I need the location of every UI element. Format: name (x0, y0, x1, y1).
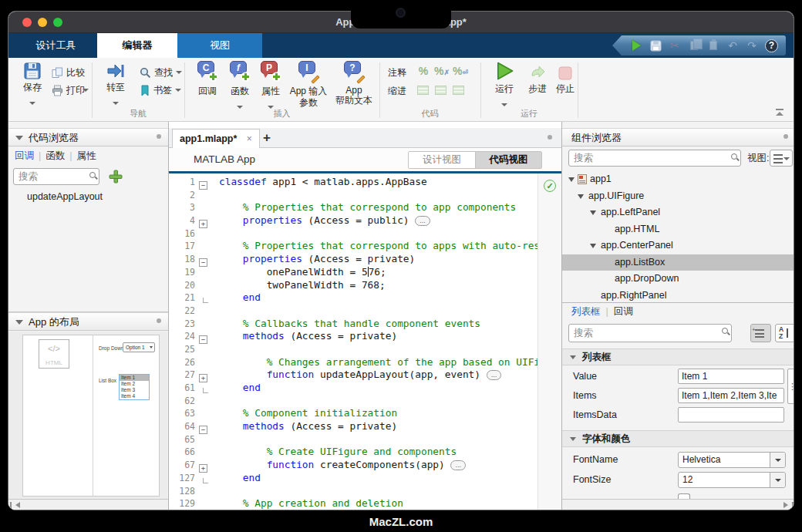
sort-alpha-button[interactable]: AZ (775, 324, 794, 342)
fold-column[interactable] (199, 230, 211, 238)
wrap-comment-icon[interactable]: %⏎ (453, 65, 468, 77)
fold-column[interactable]: + (199, 371, 211, 379)
design-view-button[interactable]: 设计视图 (409, 152, 475, 168)
fold-column[interactable]: + (199, 461, 211, 470)
goto-dropdown-icon[interactable] (113, 102, 119, 105)
tab-callbacks[interactable]: 回调 (614, 306, 633, 317)
collapse-icon[interactable] (570, 437, 576, 441)
search-input[interactable] (13, 168, 99, 185)
app-layout-preview[interactable]: </> HTML Drop Down Option 1 List Box Ite… (8, 332, 167, 499)
tab-design-tools[interactable]: 设计工具 (15, 33, 97, 58)
horizontal-scrollbar[interactable] (8, 499, 168, 510)
find-button[interactable]: 查找 (140, 66, 182, 79)
collapsed-code-icon[interactable]: ... (450, 460, 466, 470)
code-line[interactable]: 16 (169, 227, 537, 241)
tab-view[interactable]: 视图 (177, 33, 262, 58)
paste-icon[interactable] (707, 39, 719, 52)
close-tab-icon[interactable]: × (247, 133, 252, 144)
fold-column[interactable] (199, 204, 211, 212)
tab-editor[interactable]: 编辑器 (97, 33, 177, 58)
chevron-expanded-icon[interactable] (568, 177, 575, 182)
chevron-expanded-icon[interactable] (590, 210, 596, 215)
code-browser-tab[interactable]: 属性 (77, 150, 96, 161)
property-value-input[interactable] (678, 407, 784, 423)
fold-column[interactable]: − (199, 178, 211, 187)
panel-menu-icon[interactable] (157, 134, 161, 139)
category-view-button[interactable] (750, 324, 771, 342)
collapse-ribbon-button[interactable] (775, 109, 784, 116)
collapsed-code-icon[interactable]: ... (415, 216, 430, 226)
stop-button[interactable]: 停止 (553, 65, 578, 96)
tab-listbox-properties[interactable]: 列表框 (571, 306, 601, 317)
app-help-text-button[interactable]: ? App 帮助文本 (332, 61, 376, 107)
code-line[interactable]: 27+ function updateAppLayout(app, event)… (169, 369, 537, 382)
fold-column[interactable] (199, 345, 211, 354)
insert-callback-button[interactable]: C 回调 (192, 61, 223, 98)
code-line[interactable]: 3 % Properties that correspond to app co… (169, 201, 537, 214)
code-line[interactable]: 127 end (169, 472, 537, 485)
code-line[interactable]: 18− properties (Access = private) (169, 253, 537, 266)
component-browser-header[interactable]: 组件浏览器 (562, 128, 794, 146)
bookmark-button[interactable]: 书签 (140, 83, 181, 97)
tree-item[interactable]: app1 (562, 171, 794, 188)
compare-button[interactable]: 比较 (52, 66, 85, 79)
code-line[interactable]: 66 % Create UIFigure and components (169, 446, 537, 459)
code-line[interactable]: 61 end (169, 382, 537, 395)
code-line[interactable]: 22 (169, 305, 537, 318)
code-line[interactable]: 19 onePanelWidth = 576; (169, 266, 537, 279)
tree-item[interactable]: app.DropDown (562, 271, 794, 288)
fold-column[interactable] (199, 487, 211, 496)
code-line[interactable]: 67+ function createComponents(app) ... (169, 459, 537, 472)
chevron-expanded-icon[interactable] (578, 194, 584, 199)
fold-column[interactable] (199, 384, 211, 392)
tree-item[interactable]: app.LeftPanel (562, 204, 794, 221)
property-dropdown[interactable]: 12 (678, 472, 786, 488)
code-line[interactable]: 129 % App creation and deletion (169, 497, 537, 510)
fold-column[interactable] (199, 436, 211, 444)
app-layout-header[interactable]: App 的布局 (8, 312, 168, 331)
tree-item[interactable]: app.HTML (562, 221, 794, 238)
fold-column[interactable] (199, 409, 211, 418)
bookmark-dropdown-icon[interactable] (175, 89, 181, 92)
insert-property-button[interactable]: P 属性 (255, 61, 286, 112)
code-line[interactable]: 65 (169, 433, 537, 446)
fold-column[interactable]: − (199, 255, 211, 264)
quick-run-button[interactable] (630, 39, 642, 52)
search-input[interactable] (568, 324, 732, 342)
property-value-input[interactable] (678, 369, 784, 384)
code-line[interactable]: 64− methods (Access = private) (169, 420, 537, 433)
run-button[interactable]: 运行 (487, 60, 522, 109)
horizontal-scrollbar[interactable] (562, 499, 794, 510)
comment-icon[interactable]: % (416, 65, 431, 77)
code-browser-tab[interactable]: 函数 (45, 150, 65, 161)
fold-column[interactable] (199, 242, 211, 251)
cut-icon[interactable]: ✂ (669, 39, 681, 52)
fold-column[interactable] (199, 307, 211, 315)
section-listbox[interactable]: 列表框 (562, 348, 794, 365)
print-dropdown-icon[interactable] (83, 89, 89, 92)
code-line[interactable]: 26 % Changes arrangement of the app base… (169, 356, 537, 369)
fold-column[interactable] (199, 397, 211, 406)
scroll-right-icon[interactable] (783, 502, 791, 508)
property-value-input[interactable] (678, 388, 784, 403)
code-line[interactable]: 63 % Component initialization (169, 407, 537, 420)
quick-save-button[interactable] (649, 39, 662, 52)
chevron-expanded-icon[interactable] (590, 244, 596, 248)
code-browser-tab[interactable]: 回调 (15, 150, 34, 161)
tree-item[interactable]: app.UIFigure (562, 188, 794, 205)
fold-column[interactable] (199, 500, 211, 508)
code-line[interactable]: 2 (169, 189, 537, 202)
fold-column[interactable] (199, 268, 211, 277)
copy-icon[interactable] (688, 39, 700, 52)
find-dropdown-icon[interactable] (176, 71, 182, 74)
fold-column[interactable] (199, 294, 211, 302)
search-input[interactable] (568, 150, 741, 167)
fold-column[interactable] (199, 474, 211, 483)
collapse-icon[interactable] (15, 320, 23, 325)
code-analyzer-indicator[interactable]: ✓ (544, 180, 556, 192)
collapse-icon[interactable] (15, 136, 23, 140)
run-dropdown-icon[interactable] (501, 103, 507, 106)
print-button[interactable]: 打印 (52, 83, 85, 97)
list-item[interactable]: updateAppLayout (8, 190, 167, 204)
dropdown-preview[interactable]: Option 1 (123, 342, 155, 352)
